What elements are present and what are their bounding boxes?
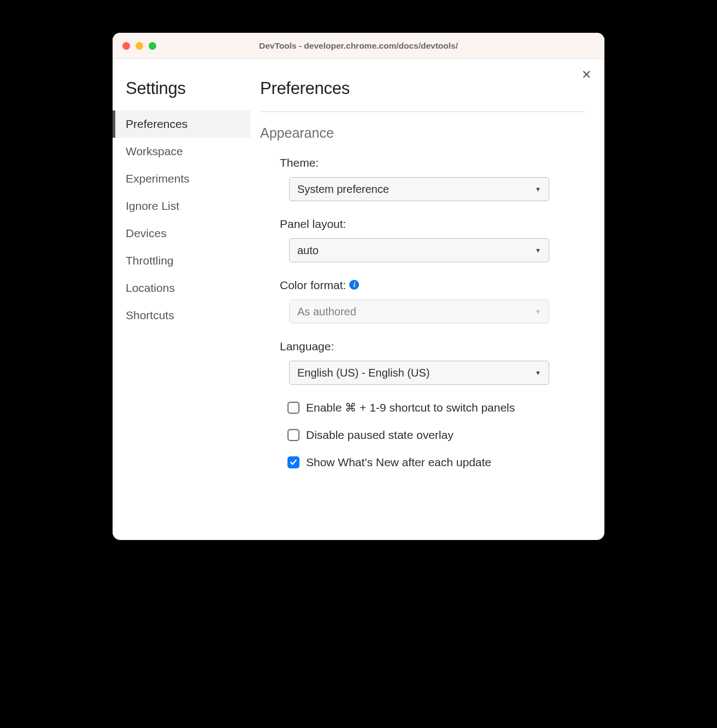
checkbox-icon[interactable]	[287, 402, 299, 414]
sidebar-item-label: Throttling	[126, 254, 174, 267]
language-select-value: English (US) - English (US)	[297, 367, 430, 379]
window-close-button[interactable]	[122, 42, 130, 50]
field-language: Language: English (US) - English (US) ▼	[260, 340, 585, 385]
sidebar-item-label: Experiments	[126, 172, 190, 185]
theme-select[interactable]: System preference ▼	[289, 177, 549, 201]
window-title: DevTools - developer.chrome.com/docs/dev…	[113, 41, 604, 51]
check-icon	[290, 459, 297, 466]
color-format-select-value: As authored	[297, 306, 356, 318]
chevron-down-icon: ▼	[535, 369, 541, 376]
sidebar-item-shortcuts[interactable]: Shortcuts	[113, 302, 250, 329]
sidebar-item-throttling[interactable]: Throttling	[113, 247, 250, 274]
color-format-label: Color format: i	[280, 279, 585, 292]
sidebar-item-devices[interactable]: Devices	[113, 220, 250, 247]
sidebar-item-label: Locations	[126, 281, 175, 294]
field-color-format: Color format: i As authored ▼	[260, 279, 585, 324]
language-label: Language:	[280, 340, 585, 353]
field-theme: Theme: System preference ▼	[260, 156, 585, 201]
checkbox-show-whats-new[interactable]: Show What's New after each update	[260, 456, 585, 469]
chevron-down-icon: ▼	[535, 247, 541, 254]
sidebar-item-label: Ignore List	[126, 199, 179, 212]
window-titlebar: DevTools - developer.chrome.com/docs/dev…	[113, 33, 604, 59]
language-select[interactable]: English (US) - English (US) ▼	[289, 361, 549, 385]
chevron-down-icon: ▼	[535, 308, 541, 315]
panel-layout-select[interactable]: auto ▼	[289, 238, 549, 262]
sidebar-item-label: Shortcuts	[126, 309, 174, 321]
checkbox-icon[interactable]	[287, 429, 299, 441]
sidebar-item-ignore-list[interactable]: Ignore List	[113, 192, 250, 220]
window-body: ✕ Settings Preferences Workspace Experim…	[113, 59, 604, 540]
sidebar-item-experiments[interactable]: Experiments	[113, 165, 250, 192]
checkbox-disable-paused-overlay[interactable]: Disable paused state overlay	[260, 428, 585, 442]
color-format-select: As authored ▼	[289, 300, 549, 324]
sidebar-item-workspace[interactable]: Workspace	[113, 138, 250, 165]
divider	[260, 111, 585, 112]
settings-sidebar: Settings Preferences Workspace Experimen…	[113, 59, 250, 540]
traffic-lights	[122, 42, 156, 50]
checkbox-label: Enable ⌘ + 1-9 shortcut to switch panels	[306, 401, 515, 414]
checkbox-enable-shortcut[interactable]: Enable ⌘ + 1-9 shortcut to switch panels	[260, 401, 585, 414]
theme-label: Theme:	[280, 156, 585, 169]
window-minimize-button[interactable]	[136, 42, 143, 50]
close-icon[interactable]: ✕	[581, 69, 591, 81]
sidebar-item-label: Devices	[126, 227, 167, 239]
window-maximize-button[interactable]	[149, 42, 156, 50]
color-format-label-text: Color format:	[280, 279, 346, 292]
sidebar-item-locations[interactable]: Locations	[113, 274, 250, 302]
sidebar-item-preferences[interactable]: Preferences	[113, 110, 250, 138]
checkbox-label: Disable paused state overlay	[306, 428, 454, 442]
page-title: Preferences	[260, 79, 585, 98]
panel-layout-label: Panel layout:	[280, 218, 585, 231]
checkbox-label: Show What's New after each update	[306, 456, 491, 469]
panel-layout-select-value: auto	[297, 244, 319, 257]
section-appearance-label: Appearance	[260, 125, 585, 141]
field-panel-layout: Panel layout: auto ▼	[260, 218, 585, 262]
chevron-down-icon: ▼	[535, 186, 541, 192]
sidebar-item-label: Preferences	[126, 118, 187, 130]
info-icon[interactable]: i	[349, 280, 359, 290]
sidebar-item-label: Workspace	[126, 145, 183, 157]
settings-title: Settings	[113, 79, 250, 98]
checkbox-icon[interactable]	[287, 456, 299, 468]
content-pane: Preferences Appearance Theme: System pre…	[250, 59, 604, 540]
theme-select-value: System preference	[297, 183, 389, 196]
devtools-window: DevTools - developer.chrome.com/docs/dev…	[113, 33, 604, 540]
